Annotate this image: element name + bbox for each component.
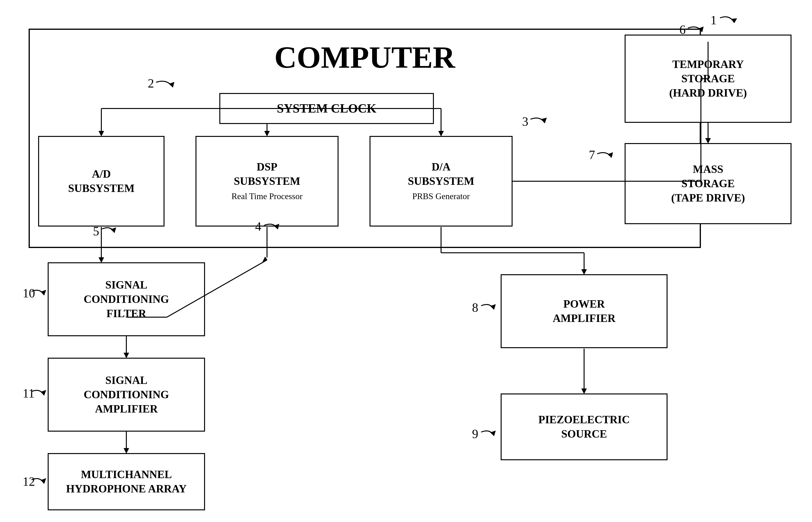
dsp-subsystem-box: DSPSUBSYSTEMReal Time Processor <box>196 136 339 226</box>
ref-12: 12 <box>23 475 35 489</box>
piezo-box: PIEZOELECTRICSOURCE <box>501 394 668 460</box>
mass-storage-box: MASSSTORAGE(TAPE DRIVE) <box>625 143 792 224</box>
svg-marker-33 <box>124 353 129 358</box>
ref-10: 10 <box>23 286 35 300</box>
svg-marker-11 <box>41 479 46 483</box>
ref-4: 4 <box>255 219 261 234</box>
svg-marker-31 <box>582 389 587 394</box>
svg-marker-0 <box>731 19 737 23</box>
power-amp-box: POWERAMPLIFIER <box>501 274 668 348</box>
svg-marker-8 <box>491 431 495 436</box>
svg-marker-10 <box>41 390 46 395</box>
svg-marker-21 <box>99 258 104 262</box>
ref-11: 11 <box>23 386 35 400</box>
ref-7: 7 <box>589 148 595 162</box>
ref-1: 1 <box>710 13 717 27</box>
hydrophone-box: MULTICHANNELHYDROPHONE ARRAY <box>48 453 205 510</box>
svg-marker-7 <box>491 304 495 309</box>
ref-2: 2 <box>148 76 154 91</box>
ref-5: 5 <box>93 224 99 238</box>
ad-subsystem-box: A/DSUBSYSTEM <box>38 136 164 226</box>
ref-9: 9 <box>472 427 478 441</box>
svg-marker-37 <box>706 138 710 143</box>
system-clock-box: SYSTEM CLOCK <box>219 93 434 124</box>
da-subsystem-box: D/ASUBSYSTEMPRBS Generator <box>369 136 512 226</box>
signal-filter-box: SIGNALCONDITIONINGFILTER <box>48 262 205 336</box>
svg-marker-9 <box>41 290 46 295</box>
svg-marker-25 <box>263 257 267 262</box>
ref-8: 8 <box>472 300 478 315</box>
ref-3: 3 <box>522 115 528 128</box>
signal-amp-box: SIGNALCONDITIONINGAMPLIFIER <box>48 358 205 431</box>
svg-marker-29 <box>582 269 587 274</box>
computer-title: COMPUTER <box>30 39 700 75</box>
temp-storage-box: TEMPORARYSTORAGE(HARD DRIVE) <box>625 35 792 123</box>
diagram: COMPUTER SYSTEM CLOCK A/DSUBSYSTEM DSPSU… <box>0 0 812 522</box>
svg-marker-35 <box>124 448 129 453</box>
ref-6: 6 <box>679 23 686 37</box>
